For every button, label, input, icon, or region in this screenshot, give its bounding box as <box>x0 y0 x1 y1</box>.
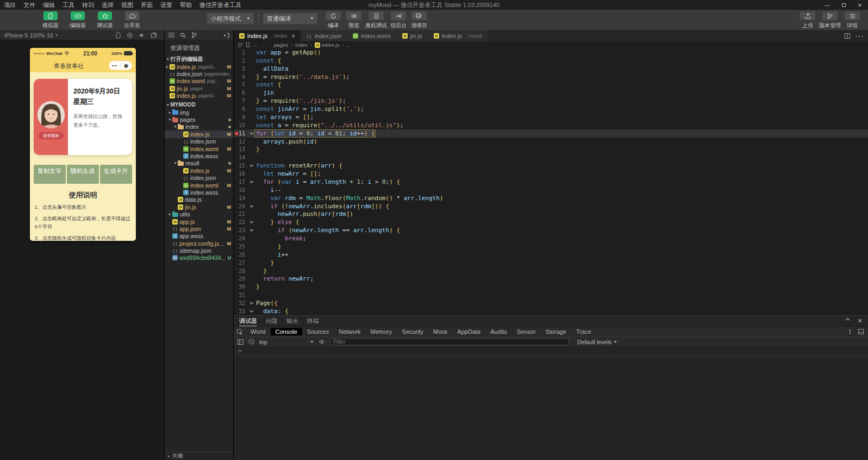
line-number[interactable]: 3 <box>234 66 248 72</box>
tree-item-index.wxss[interactable]: ≡index.wxss <box>165 189 233 196</box>
open-editor-item[interactable]: JSindex.jspages\r...M <box>165 92 233 100</box>
code-line-23[interactable]: 23 if (newArr.length == arr.length) { <box>234 226 868 234</box>
tree-item-index.json[interactable]: {·}index.json <box>165 138 233 145</box>
console-filter-input[interactable] <box>330 338 569 345</box>
git-branch-icon[interactable] <box>192 32 197 38</box>
fold-chevron-icon[interactable] <box>248 301 255 305</box>
line-number[interactable]: 9 <box>234 114 248 120</box>
record-icon[interactable] <box>124 32 136 39</box>
tree-item-result[interactable]: ▾result <box>165 160 233 167</box>
open-editor-item[interactable]: ×JSindex.jspages\i...M <box>165 63 233 70</box>
code-line-20[interactable]: 20 if (!newArr.includes(arr[rdm])) { <box>234 202 868 210</box>
editor-tab-index.js[interactable]: JSindex.js...\index× <box>234 30 301 41</box>
panel-tab-问题[interactable]: 问题 <box>266 316 278 326</box>
devtools-tab-Network[interactable]: Network <box>334 328 365 335</box>
code-line-11[interactable]: 11for (let id = 0; id < 81; id++) { <box>234 129 868 138</box>
avatar[interactable] <box>38 101 65 128</box>
code-editor[interactable]: 1var app = getApp()2const {3 allData4} =… <box>234 48 868 315</box>
code-line-30[interactable]: 30} <box>234 283 868 291</box>
open-editor-item[interactable]: <>index.wxmlpag...M <box>165 78 233 85</box>
devtools-tab-Security[interactable]: Security <box>397 328 428 335</box>
set-nickname-button[interactable]: 设置昵称 <box>39 132 64 139</box>
code-line-28[interactable]: 28 } <box>234 267 868 275</box>
open-editors-header[interactable]: ▾ 打开的编辑器 <box>165 55 233 63</box>
devtools-tab-Console[interactable]: Console <box>271 328 302 335</box>
search-icon[interactable] <box>180 33 186 38</box>
code-line-2[interactable]: 2const { <box>234 57 868 65</box>
line-number[interactable]: 17 <box>234 179 248 185</box>
compile-mode-select[interactable]: 普通编译 <box>263 13 317 24</box>
breakpoint-icon[interactable] <box>235 132 239 135</box>
fold-chevron-icon[interactable] <box>248 309 255 313</box>
toolbar-button-云开发[interactable]: 云开发 <box>120 11 145 29</box>
tree-item-utils[interactable]: ▸utils <box>165 210 233 217</box>
line-number[interactable]: 10 <box>234 122 248 128</box>
line-number[interactable]: 15 <box>234 163 248 169</box>
code-line-22[interactable]: 22 } else { <box>234 218 868 226</box>
console-sidebar-icon[interactable] <box>238 339 243 345</box>
collapse-sidebar-icon[interactable] <box>223 33 229 38</box>
line-number[interactable]: 28 <box>234 268 248 274</box>
list-icon[interactable] <box>168 33 174 38</box>
line-number[interactable]: 7 <box>234 98 248 104</box>
panel-tab-输出[interactable]: 输出 <box>286 316 298 326</box>
editor-tab-index.js[interactable]: JSindex.js...\result <box>428 30 488 41</box>
device-frame-icon[interactable] <box>112 32 124 39</box>
dock-side-icon[interactable] <box>858 329 864 334</box>
devtools-tab-Memory[interactable]: Memory <box>366 328 397 335</box>
devtools-tab-Audits[interactable]: Audits <box>485 328 512 335</box>
code-line-32[interactable]: 32Page({ <box>234 299 868 307</box>
devtools-tab-Sources[interactable]: Sources <box>302 328 334 335</box>
menu-微信开发者工具[interactable]: 微信开发者工具 <box>196 1 245 9</box>
line-number[interactable]: 4 <box>234 74 248 80</box>
menu-选择[interactable]: 选择 <box>98 1 117 9</box>
tree-item-index.js[interactable]: JSindex.jsM <box>165 130 233 138</box>
toolbar-button-编译[interactable]: 编译 <box>324 11 342 29</box>
code-line-1[interactable]: 1var app = getApp() <box>234 48 868 57</box>
line-number[interactable]: 5 <box>234 82 248 88</box>
tree-item-pages[interactable]: ▾pages <box>165 116 233 123</box>
line-number[interactable]: 20 <box>234 203 248 209</box>
menu-转到[interactable]: 转到 <box>78 1 98 9</box>
line-number[interactable]: 33 <box>234 308 248 314</box>
line-number[interactable]: 23 <box>234 227 248 233</box>
code-line-31[interactable]: 31 <box>234 291 868 299</box>
line-number[interactable]: 21 <box>234 211 248 217</box>
line-number[interactable]: 19 <box>234 195 248 201</box>
close-panel-icon[interactable]: ✕ <box>858 318 863 325</box>
devtools-tab-Mock[interactable]: Mock <box>428 328 452 335</box>
toolbar-button-编辑器[interactable]: 编辑器 <box>65 11 90 29</box>
code-line-6[interactable]: 6 jin <box>234 89 868 97</box>
tree-item-index.js[interactable]: JSindex.jsM <box>165 167 233 174</box>
menu-工具[interactable]: 工具 <box>59 1 78 9</box>
code-line-7[interactable]: 7} = require('../jin.js'); <box>234 97 868 105</box>
tree-item-app.wxss[interactable]: ≡app.wxss <box>165 233 233 240</box>
nav-forward-icon[interactable]: → <box>261 42 266 48</box>
devtools-tab-Sensor[interactable]: Sensor <box>512 328 541 335</box>
project-root-header[interactable]: ▾ MYMOOD <box>165 101 233 109</box>
code-line-3[interactable]: 3 allData <box>234 65 868 73</box>
breadcrumb-item[interactable]: pages <box>274 42 288 48</box>
line-number[interactable]: 18 <box>234 187 248 193</box>
close-button[interactable]: ✕ <box>852 0 868 10</box>
tree-item-index.wxml[interactable]: <>index.wxmlM <box>165 182 233 189</box>
inspect-icon[interactable] <box>237 329 243 335</box>
code-line-14[interactable]: 14 <box>234 153 868 161</box>
toolbar-button-真机调试[interactable]: 真机调试 <box>365 11 387 29</box>
float-window-icon[interactable] <box>148 32 160 39</box>
tree-item-wxd934cbe8434...[interactable]: IDwxd934cbe8434...U <box>165 254 233 262</box>
line-number[interactable]: 25 <box>234 244 248 250</box>
fold-chevron-icon[interactable] <box>248 204 255 208</box>
breadcrumb-item[interactable]: JSindex.js <box>315 42 339 48</box>
toolbar-button-预览[interactable]: 预览 <box>345 11 363 29</box>
line-number[interactable]: 31 <box>234 292 248 298</box>
menu-视图[interactable]: 视图 <box>117 1 137 9</box>
code-line-26[interactable]: 26 i++ <box>234 251 868 259</box>
sound-icon[interactable] <box>136 32 148 39</box>
console-output[interactable]: > <box>234 346 868 460</box>
clear-console-icon[interactable] <box>248 339 254 345</box>
editor-tab-index.wxml[interactable]: <>index.wxml <box>347 30 396 41</box>
code-line-12[interactable]: 12 arrays.push(id) <box>234 138 868 146</box>
line-number[interactable]: 8 <box>234 106 248 112</box>
fold-chevron-icon[interactable] <box>248 132 255 135</box>
